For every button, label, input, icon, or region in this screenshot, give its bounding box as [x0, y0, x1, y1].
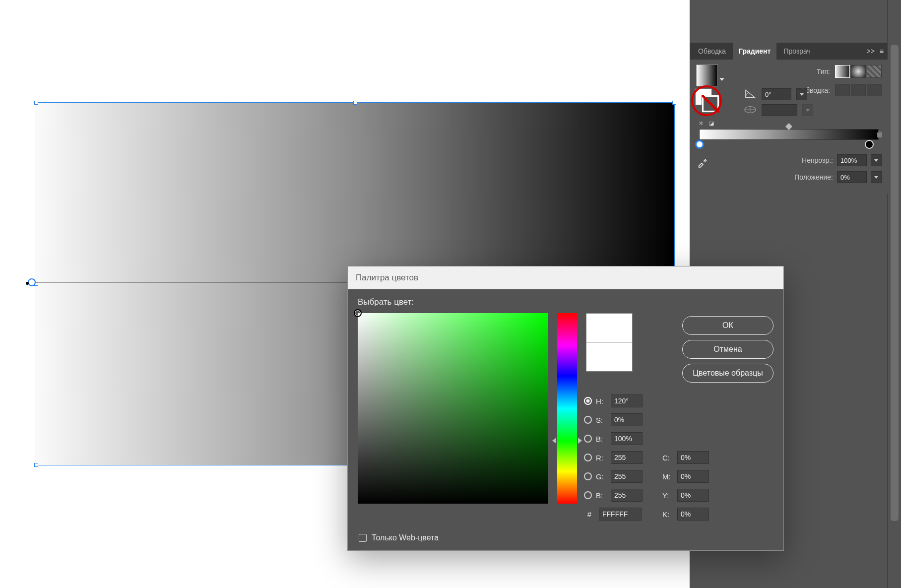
- color-picker-dialog: Палитра цветов Выбрать цвет: ОК Отмена Ц…: [347, 266, 784, 551]
- label-s: S:: [596, 416, 607, 424]
- label-h: H:: [596, 397, 607, 405]
- color-preview-new: [586, 314, 632, 343]
- opacity-input[interactable]: 100%: [837, 154, 867, 166]
- label-r: R:: [596, 454, 607, 462]
- label-k: K:: [662, 510, 673, 519]
- position-label: Положение:: [794, 173, 833, 181]
- saturation-brightness-field[interactable]: [358, 313, 548, 504]
- angle-icon: [745, 89, 757, 100]
- fill-stroke-proxy[interactable]: [695, 88, 722, 115]
- selection-handle-tm[interactable]: [353, 101, 357, 105]
- color-preview-current: [586, 343, 632, 372]
- input-hex[interactable]: FFFFFF: [599, 508, 642, 521]
- opacity-label: Непрозр.:: [802, 156, 833, 164]
- aspect-ratio-dropdown: [802, 104, 813, 116]
- gradient-ramp[interactable]: 🗑: [696, 129, 882, 149]
- selection-handle-tl[interactable]: [34, 101, 38, 105]
- label-g: G:: [596, 472, 607, 481]
- hue-slider[interactable]: [557, 313, 577, 504]
- radio-b-hsb[interactable]: [584, 435, 592, 443]
- color-cursor[interactable]: [354, 309, 362, 317]
- input-r[interactable]: 255: [611, 451, 643, 464]
- gradient-type-linear[interactable]: [835, 65, 850, 78]
- input-k[interactable]: 0%: [677, 508, 709, 521]
- dock-scrollbar-thumb[interactable]: [891, 45, 899, 521]
- dock-scrollbar[interactable]: [887, 0, 901, 588]
- gradient-ramp-bar[interactable]: [699, 129, 879, 140]
- position-dropdown[interactable]: [871, 171, 882, 183]
- default-fill-stroke-icon[interactable]: ◪: [707, 119, 716, 127]
- label-b-rgb: B:: [596, 491, 607, 500]
- angle-dropdown[interactable]: [796, 88, 807, 100]
- selection-handle-tr[interactable]: [672, 101, 676, 105]
- delete-stop-icon[interactable]: 🗑: [876, 130, 884, 139]
- angle-input[interactable]: 0°: [762, 88, 791, 100]
- color-picker-heading: Выбрать цвет:: [358, 297, 773, 307]
- stroke-gradient-across[interactable]: [867, 84, 882, 96]
- radio-g[interactable]: [584, 472, 592, 480]
- input-g[interactable]: 255: [611, 470, 643, 483]
- radio-h[interactable]: [584, 397, 592, 405]
- input-y[interactable]: 0%: [677, 489, 709, 502]
- panel-tabs: Обводка Градиент Прозрач >> ≡: [690, 43, 888, 60]
- stroke-swatch-none[interactable]: [702, 95, 719, 112]
- opacity-dropdown[interactable]: [871, 154, 882, 166]
- label-c: C:: [662, 454, 673, 462]
- aspect-ratio-icon: [744, 105, 757, 116]
- gradient-stop-right[interactable]: [865, 140, 874, 149]
- input-c[interactable]: 0%: [677, 451, 709, 464]
- input-s[interactable]: 0%: [611, 413, 643, 426]
- stroke-gradient-within[interactable]: [835, 84, 850, 96]
- color-picker-title: Палитра цветов: [348, 266, 783, 289]
- label-m: M:: [662, 472, 673, 481]
- type-label: Тип:: [817, 67, 830, 75]
- tab-stroke[interactable]: Обводка: [692, 43, 732, 60]
- gradient-panel-body: Тип: Обводка:: [690, 60, 888, 194]
- input-b-rgb[interactable]: 255: [611, 489, 643, 502]
- tab-gradient[interactable]: Градиент: [733, 43, 776, 60]
- ok-button[interactable]: ОК: [682, 316, 773, 335]
- gradient-stop-left[interactable]: [695, 140, 704, 149]
- swap-fill-stroke-icon[interactable]: ⤭: [696, 119, 705, 127]
- gradient-panel: Обводка Градиент Прозрач >> ≡ Тип:: [690, 43, 888, 194]
- gradient-type-radial[interactable]: [851, 65, 866, 78]
- selection-handle-bl[interactable]: [34, 463, 38, 467]
- input-m[interactable]: 0%: [677, 470, 709, 483]
- eyedropper-icon[interactable]: [697, 157, 708, 168]
- input-b-hsb[interactable]: 100%: [611, 432, 643, 445]
- web-colors-row[interactable]: Только Web-цвета: [359, 533, 439, 542]
- panel-menu-icon[interactable]: ≡: [880, 47, 884, 55]
- stroke-gradient-along[interactable]: [851, 84, 866, 96]
- radio-s[interactable]: [584, 416, 592, 424]
- gradient-preview-swatch[interactable]: [696, 65, 718, 86]
- aspect-ratio-input: [762, 104, 797, 116]
- position-input[interactable]: 0%: [837, 171, 867, 183]
- label-y: Y:: [662, 491, 673, 500]
- web-colors-checkbox[interactable]: [359, 534, 367, 542]
- cancel-button[interactable]: Отмена: [682, 340, 773, 359]
- panel-collapse-icon[interactable]: >>: [866, 47, 874, 55]
- radio-b-rgb[interactable]: [584, 491, 592, 499]
- color-preview: [586, 313, 633, 372]
- gradient-type-freeform[interactable]: [867, 65, 882, 78]
- radio-r[interactable]: [584, 454, 592, 461]
- gradient-annotator-start[interactable]: [28, 278, 36, 286]
- label-hex: #: [584, 510, 595, 519]
- tab-transparency[interactable]: Прозрач: [777, 43, 816, 60]
- input-h[interactable]: 120°: [611, 394, 643, 407]
- swatches-button[interactable]: Цветовые образцы: [682, 364, 773, 383]
- label-b-hsb: B:: [596, 435, 607, 443]
- web-colors-label: Только Web-цвета: [372, 533, 439, 542]
